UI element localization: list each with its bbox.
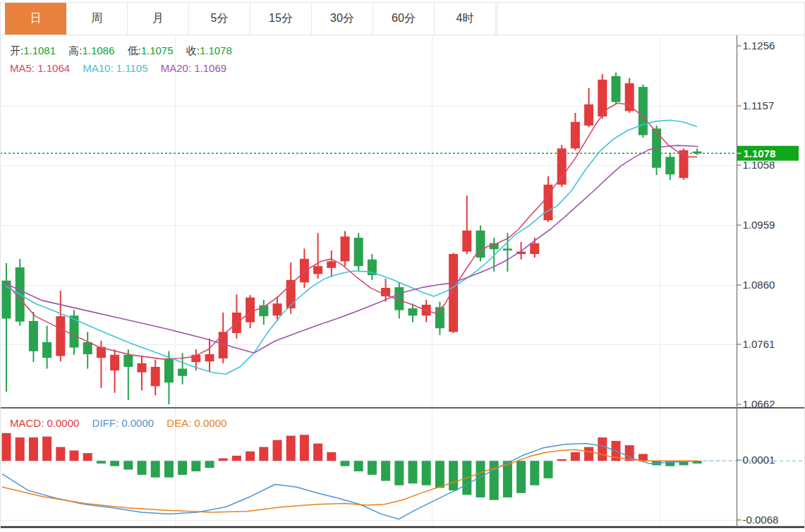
svg-text:1.0959: 1.0959: [743, 219, 775, 231]
svg-text:1.0662: 1.0662: [743, 398, 775, 410]
dea-line: [2, 449, 698, 512]
diff-line: [2, 444, 698, 519]
tab-30min[interactable]: 30分: [312, 3, 373, 35]
trading-chart-app: 日周月5分15分30分60分4时 1.12561.11571.10581.095…: [0, 0, 805, 532]
tab-day[interactable]: 日: [5, 3, 66, 35]
svg-text:1.0860: 1.0860: [743, 279, 775, 291]
tab-4hour[interactable]: 4时: [435, 3, 496, 35]
tab-15min[interactable]: 15分: [250, 3, 312, 35]
svg-text:1.0761: 1.0761: [743, 338, 775, 350]
macd-axis: 0.0001-0.0068: [737, 454, 779, 526]
tab-5min[interactable]: 5分: [189, 3, 250, 35]
last-price-tag: 1.1078: [737, 146, 799, 161]
tab-60min[interactable]: 60分: [373, 3, 435, 35]
svg-text:1.1256: 1.1256: [743, 40, 775, 52]
svg-text:-0.0068: -0.0068: [743, 514, 779, 526]
ma20-line: [6, 145, 698, 353]
kline-chart-canvas[interactable]: 1.12561.11571.10581.09591.08601.07611.06…: [0, 0, 805, 532]
svg-text:0.0001: 0.0001: [743, 454, 775, 466]
period-tabbar: 日周月5分15分30分60分4时: [5, 3, 496, 35]
ma5-line: [6, 103, 697, 359]
ma10-line: [6, 120, 697, 374]
panel-borders: [0, 2, 805, 530]
svg-text:1.1157: 1.1157: [743, 99, 775, 111]
tab-month[interactable]: 月: [128, 3, 189, 35]
macd-histogram: [2, 433, 702, 500]
svg-text:1.1078: 1.1078: [744, 147, 776, 159]
tab-week[interactable]: 周: [66, 3, 128, 35]
